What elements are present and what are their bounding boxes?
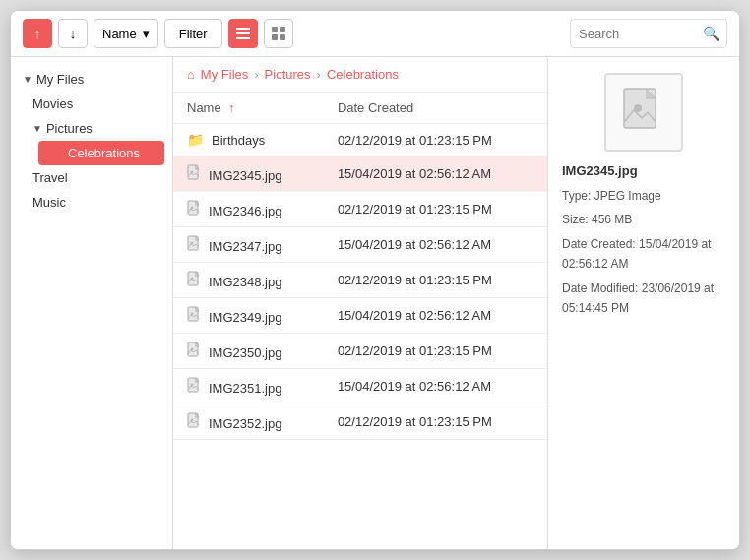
- grid-view-icon: [272, 27, 285, 40]
- image-file-icon: [187, 342, 201, 360]
- breadcrumb-sep-2: ›: [317, 67, 321, 82]
- detail-type: Type: JPEG Image: [562, 186, 725, 206]
- sort-up-button[interactable]: ↑: [23, 19, 52, 48]
- file-date-cell: 02/12/2019 at 01:23:15 PM: [324, 192, 547, 227]
- file-date-cell: 02/12/2019 at 01:23:15 PM: [324, 404, 547, 440]
- sidebar-item-myfiles[interactable]: ▼ My Files: [11, 67, 172, 92]
- sidebar-item-label: Pictures: [46, 121, 93, 136]
- breadcrumb-pictures[interactable]: Pictures: [265, 67, 311, 82]
- file-name-cell: IMG2351.jpg: [173, 369, 324, 404]
- file-name-cell: IMG2348.jpg: [173, 263, 324, 298]
- sidebar-item-celebrations[interactable]: Celebrations: [38, 141, 164, 165]
- detail-info: Type: JPEG Image Size: 456 MB Date Creat…: [562, 186, 725, 322]
- search-input[interactable]: [579, 27, 697, 41]
- col-name-header[interactable]: Name ↑: [173, 93, 324, 124]
- svg-rect-5: [272, 34, 278, 40]
- sidebar-item-pictures[interactable]: ▼ Pictures: [11, 116, 172, 141]
- name-sort-label: Name: [102, 27, 137, 41]
- search-box: 🔍: [570, 19, 727, 48]
- file-table: Name ↑ Date Created 📁Birthdays02/12/2019…: [173, 93, 547, 549]
- table-row[interactable]: IMG2351.jpg15/04/2019 at 02:56:12 AM: [173, 369, 547, 404]
- myfiles-arrow-icon: ▼: [23, 74, 32, 85]
- detail-date-modified: Date Modified: 23/06/2019 at 05:14:45 PM: [562, 279, 725, 319]
- table-row[interactable]: IMG2349.jpg15/04/2019 at 02:56:12 AM: [173, 298, 547, 334]
- name-sort-dropdown[interactable]: Name ▾: [94, 19, 158, 48]
- dropdown-arrow-icon: ▾: [143, 27, 150, 41]
- breadcrumb: ⌂ My Files › Pictures › Celebrations: [173, 57, 547, 93]
- sidebar-item-label: Movies: [32, 96, 73, 111]
- sort-down-button[interactable]: ↓: [58, 19, 88, 48]
- sidebar-item-label: Travel: [32, 170, 68, 185]
- svg-rect-2: [236, 37, 250, 39]
- table-row[interactable]: IMG2352.jpg02/12/2019 at 01:23:15 PM: [173, 404, 547, 440]
- detail-filename: IMG2345.jpg: [562, 163, 638, 178]
- svg-rect-6: [280, 34, 285, 40]
- file-thumb-icon: [620, 87, 667, 138]
- image-file-icon: [187, 235, 201, 254]
- sidebar-item-movies[interactable]: Movies: [11, 92, 172, 116]
- file-date-cell: 02/12/2019 at 01:23:15 PM: [324, 263, 547, 298]
- pictures-arrow-icon: ▼: [32, 123, 42, 134]
- table-row[interactable]: IMG2350.jpg02/12/2019 at 01:23:15 PM: [173, 334, 547, 369]
- folder-icon: 📁: [187, 132, 204, 148]
- table-row[interactable]: IMG2347.jpg15/04/2019 at 02:56:12 AM: [173, 227, 547, 263]
- col-date-header[interactable]: Date Created: [324, 93, 547, 124]
- detail-date-created: Date Created: 15/04/2019 at 02:56:12 AM: [562, 234, 725, 275]
- file-name-cell: IMG2352.jpg: [173, 404, 324, 440]
- thumbnail-placeholder: [604, 73, 683, 152]
- detail-size: Size: 456 MB: [562, 210, 725, 229]
- search-icon: 🔍: [703, 26, 719, 41]
- image-file-icon: [187, 271, 201, 289]
- sidebar-item-label: Celebrations: [68, 146, 140, 160]
- image-file-icon: [187, 412, 201, 431]
- table-row[interactable]: 📁Birthdays02/12/2019 at 01:23:15 PM: [173, 124, 547, 156]
- svg-rect-4: [280, 27, 285, 32]
- toolbar: ↑ ↓ Name ▾ Filter 🔍: [11, 11, 739, 57]
- list-view-icon: [236, 27, 250, 40]
- main-window: ↑ ↓ Name ▾ Filter 🔍: [10, 10, 740, 550]
- file-name-cell: IMG2347.jpg: [173, 227, 324, 263]
- table-row[interactable]: IMG2345.jpg15/04/2019 at 02:56:12 AM: [173, 156, 547, 192]
- file-date-cell: 15/04/2019 at 02:56:12 AM: [324, 227, 547, 263]
- sort-arrow-icon: ↑: [228, 100, 235, 115]
- table-row[interactable]: IMG2346.jpg02/12/2019 at 01:23:15 PM: [173, 192, 547, 227]
- breadcrumb-celebrations[interactable]: Celebrations: [327, 67, 399, 82]
- file-date-cell: 02/12/2019 at 01:23:15 PM: [324, 334, 547, 369]
- sidebar-item-travel[interactable]: Travel: [11, 165, 172, 190]
- file-name-cell: IMG2346.jpg: [173, 192, 324, 227]
- file-area: ⌂ My Files › Pictures › Celebrations Nam…: [173, 57, 547, 549]
- svg-rect-3: [272, 27, 278, 32]
- image-file-icon: [187, 306, 201, 325]
- sidebar-item-label: Music: [32, 195, 66, 210]
- image-file-icon: [187, 164, 201, 183]
- file-date-cell: 15/04/2019 at 02:56:12 AM: [324, 156, 547, 192]
- svg-rect-1: [236, 32, 250, 34]
- image-file-icon: [187, 377, 201, 396]
- grid-view-button[interactable]: [264, 19, 293, 48]
- file-name-cell: IMG2349.jpg: [173, 298, 324, 334]
- file-name-cell: IMG2345.jpg: [173, 156, 324, 192]
- breadcrumb-sep-1: ›: [254, 67, 258, 82]
- sidebar-item-music[interactable]: Music: [11, 190, 172, 215]
- sidebar-item-label: My Files: [36, 72, 84, 87]
- detail-panel: IMG2345.jpg Type: JPEG Image Size: 456 M…: [547, 57, 739, 549]
- table-row[interactable]: IMG2348.jpg02/12/2019 at 01:23:15 PM: [173, 263, 547, 298]
- sidebar: ▼ My Files Movies ▼ Pictures Celebration…: [11, 57, 173, 549]
- main-layout: ▼ My Files Movies ▼ Pictures Celebration…: [11, 57, 739, 549]
- file-date-cell: 02/12/2019 at 01:23:15 PM: [324, 124, 547, 156]
- file-name-cell: 📁Birthdays: [173, 124, 324, 156]
- list-view-button[interactable]: [228, 19, 258, 48]
- breadcrumb-myfiles[interactable]: My Files: [201, 67, 248, 82]
- filter-button[interactable]: Filter: [164, 19, 222, 48]
- file-name-cell: IMG2350.jpg: [173, 334, 324, 369]
- home-icon: ⌂: [187, 67, 195, 82]
- file-date-cell: 15/04/2019 at 02:56:12 AM: [324, 369, 547, 404]
- file-date-cell: 15/04/2019 at 02:56:12 AM: [324, 298, 547, 334]
- svg-rect-0: [236, 28, 250, 30]
- detail-thumbnail: [562, 73, 725, 152]
- image-file-icon: [187, 200, 201, 218]
